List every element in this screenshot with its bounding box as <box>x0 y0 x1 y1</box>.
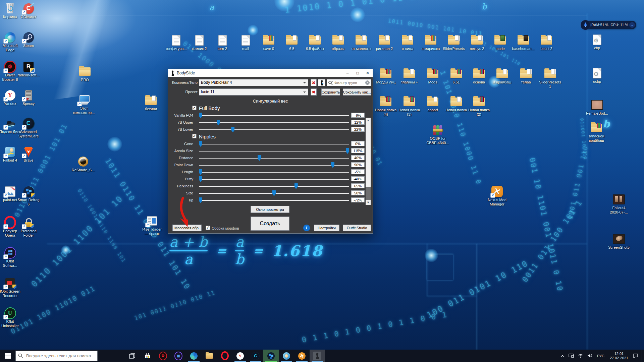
save-button[interactable]: Сохранить <box>321 88 340 96</box>
desktop-icon[interactable]: ↗IObit ScreenRecorder <box>0 277 24 298</box>
outfit-delete-button[interactable]: ✖ <box>311 79 317 86</box>
slider-track[interactable] <box>199 186 349 187</box>
slider-thumb[interactable] <box>272 190 276 196</box>
desktop-icon[interactable]: FemaleBod... <box>583 99 611 116</box>
taskbar-app-task-view[interactable] <box>124 350 140 362</box>
slider-thumb[interactable] <box>346 148 349 154</box>
slider-value[interactable]: 90% <box>351 162 365 167</box>
widget-arrow-icon[interactable]: → <box>629 22 635 28</box>
slider-value[interactable]: 0% <box>351 141 365 146</box>
slider-track[interactable] <box>199 179 349 180</box>
slider-track[interactable] <box>199 144 349 144</box>
desktop-icon[interactable]: ↗f4se_loader— ярлык <box>138 215 166 236</box>
slider-track[interactable] <box>199 172 349 173</box>
taskbar-search-box[interactable] <box>15 351 98 361</box>
preset-combo[interactable]: lucie 11 <box>199 88 308 96</box>
maximize-button[interactable]: □ <box>353 69 363 77</box>
slider-value[interactable]: 22% <box>351 127 365 132</box>
taskbar-app-nexus-mod-manager[interactable]: ✕ <box>294 350 310 362</box>
show-desktop-button[interactable] <box>642 350 644 362</box>
slider-thumb[interactable] <box>258 155 261 161</box>
body-edit-button[interactable] <box>318 79 325 86</box>
outfit-studio-button[interactable]: Outfit Studio <box>343 225 371 231</box>
desktop-icon[interactable]: ⚙cbp <box>583 34 611 50</box>
slider-track[interactable] <box>199 158 349 159</box>
build-button[interactable]: Создать <box>251 217 289 231</box>
desktop-icon[interactable]: Rradeon-soft... <box>14 61 43 77</box>
slider-thumb[interactable] <box>199 141 202 147</box>
build-morphs-checkbox[interactable]: ✓ <box>206 226 210 230</box>
desktop-icon[interactable]: Новая папка(2) <box>465 96 493 117</box>
desktop-icon[interactable]: ↗ProtectedFolder <box>14 217 43 238</box>
slider-thumb[interactable] <box>199 113 202 118</box>
taskbar-search-input[interactable] <box>25 353 97 359</box>
taskbar-app-opera[interactable] <box>217 350 232 362</box>
scrollbar-thumb[interactable] <box>366 123 371 187</box>
slider-value[interactable]: 12% <box>351 120 365 125</box>
settings-button[interactable]: Настройки <box>314 225 339 231</box>
taskbar-app-iobit-updater[interactable]: ▦ <box>171 350 186 362</box>
wifi-icon[interactable] <box>576 350 585 362</box>
taskbar-app-edge[interactable] <box>186 350 202 362</box>
slider-track[interactable] <box>199 115 349 116</box>
slider-value[interactable]: 65% <box>351 183 365 188</box>
preview-window-button[interactable]: Окно просмотра <box>251 206 289 213</box>
slider-thumb[interactable] <box>331 162 334 168</box>
outfit-combo[interactable]: Body PubicHair 4 <box>199 79 308 86</box>
taskbar-app-driver-booster[interactable]: ⚙ <box>155 350 171 362</box>
taskbar-app-bodyslide[interactable] <box>310 350 325 362</box>
scrollbar[interactable]: ▲ ▼ <box>366 118 371 205</box>
minimize-button[interactable]: – <box>342 69 353 77</box>
slider-thumb[interactable] <box>199 197 202 203</box>
desktop[interactable]: 011 1000 0110 1001 10 0111011 0110 11 00… <box>0 0 644 350</box>
slider-value[interactable]: -72% <box>351 197 365 202</box>
slider-value[interactable]: -40% <box>351 176 365 181</box>
taskbar-app-advanced-systemcare[interactable]: C <box>248 350 263 362</box>
desktop-icon[interactable]: Fallout42020-07-... <box>604 194 633 215</box>
taskbar-app-fallout4[interactable] <box>279 350 294 362</box>
desktop-icon[interactable]: OCBP forCBBE-4340... <box>423 124 452 145</box>
ram-cpu-widget[interactable]: RAM:51 % CPU: 11 % → <box>581 21 636 29</box>
clear-filter-icon[interactable]: ✕ <box>365 80 370 85</box>
slider-track[interactable] <box>199 165 349 166</box>
taskbar-app-yandex-browser[interactable]: Y <box>232 350 248 362</box>
clock[interactable]: 12:01 27.02.2021 <box>607 352 631 360</box>
desktop-icon[interactable]: бехини <box>137 95 165 111</box>
preset-delete-button[interactable]: ✖ <box>311 88 317 96</box>
slider-value[interactable]: 50% <box>351 190 365 195</box>
desktop-icon[interactable]: C↗AdvancedSystemCare <box>14 118 43 138</box>
desktop-icon[interactable]: ↗Smart Defrag6 <box>14 186 43 206</box>
titlebar[interactable]: BodySlide – □ ✕ <box>168 69 373 77</box>
desktop-icon[interactable]: ↗Brave <box>14 146 43 163</box>
close-button[interactable]: ✕ <box>363 69 373 77</box>
desktop-icon[interactable]: U↗IObitUninstaller <box>0 307 24 328</box>
desktop-icon[interactable]: C↗CCleaner <box>14 3 43 19</box>
desktop-icon[interactable]: ⚙ocbp <box>583 67 611 84</box>
taskbar-app-smart-defrag[interactable] <box>263 350 279 362</box>
slider-value[interactable]: -9% <box>351 113 365 118</box>
taskbar-app-store[interactable] <box>140 350 155 362</box>
action-center-icon[interactable] <box>631 350 640 362</box>
info-button[interactable]: i <box>303 225 310 231</box>
slider-value[interactable]: -5% <box>351 169 365 174</box>
save-as-button[interactable]: Сохранить как... <box>343 88 371 96</box>
desktop-icon[interactable]: ReShade_S... <box>69 156 98 172</box>
desktop-icon[interactable]: ↗Steam <box>14 32 43 48</box>
slider-thumb[interactable] <box>199 169 202 175</box>
group-filter-input[interactable] <box>334 80 365 85</box>
slider-track[interactable] <box>199 129 349 130</box>
group-checkbox[interactable]: ✓ <box>192 106 197 110</box>
start-button[interactable] <box>0 350 15 362</box>
slider-track[interactable] <box>199 122 349 123</box>
desktop-icon[interactable]: ↗Nexus ModManager <box>483 186 512 206</box>
desktop-icon[interactable]: SliderPresets1 <box>536 68 565 89</box>
slider-thumb[interactable] <box>217 120 220 125</box>
slider-track[interactable] <box>199 200 349 201</box>
language-indicator[interactable]: РУС <box>594 354 607 358</box>
slider-value[interactable]: 115% <box>351 148 365 153</box>
taskbar-app-explorer[interactable] <box>202 350 217 362</box>
slider-thumb[interactable] <box>199 176 202 182</box>
scroll-down-icon[interactable]: ▼ <box>366 200 371 205</box>
desktop-icon[interactable]: PRO <box>70 66 99 82</box>
desktop-icon[interactable]: ScreenShot5 <box>604 233 633 250</box>
